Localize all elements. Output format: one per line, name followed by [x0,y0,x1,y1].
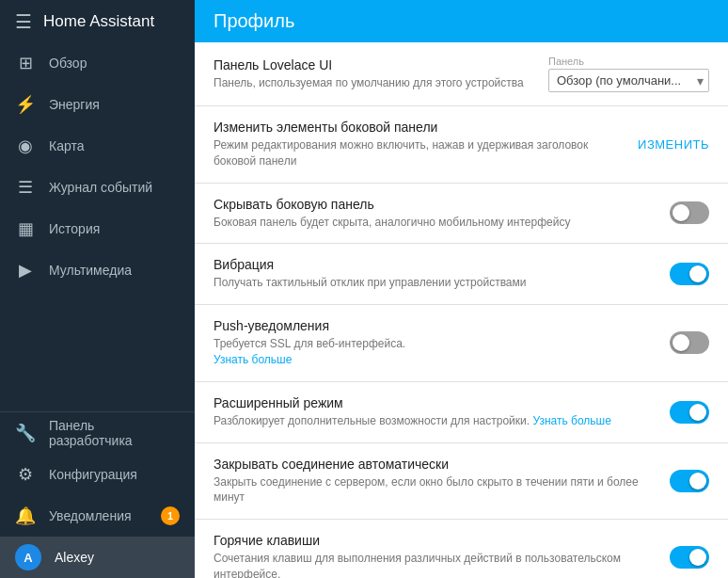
sidebar-label-overview: Обзор [49,56,87,71]
advanced-desc: Разблокирует дополнительные возможности … [214,413,655,429]
sidebar-label-notifications: Уведомления [49,508,132,523]
sidebar-nav: ⊞ Обзор ⚡ Энергия ◉ Карта ☰ Журнал событ… [0,42,195,411]
push-title: Push-уведомления [214,318,655,333]
lovelace-select-label: Панель [548,56,709,67]
hide-sidebar-slider [670,201,709,224]
auto-close-title: Закрывать соединение автоматически [214,457,655,472]
hotkeys-title: Горячие клавиши [214,533,655,548]
auto-close-control [670,470,709,492]
energy-icon: ⚡ [15,94,36,115]
sidebar-label-map: Карта [49,138,84,153]
push-control [670,331,709,354]
main-area: Профиль Панель Lovelace UI Панель, испол… [195,0,728,578]
settings-item-hide-sidebar: Скрывать боковую панель Боковая панель б… [195,184,728,245]
page-title: Профиль [214,10,294,32]
settings-list: Панель Lovelace UI Панель, используемая … [195,42,728,578]
lovelace-desc: Панель, используемая по умолчанию для эт… [214,75,533,91]
hide-sidebar-control [670,201,709,224]
sidebar-label-logbook: Журнал событий [49,180,152,195]
overview-icon: ⊞ [15,53,36,73]
notifications-icon: 🔔 [15,506,36,526]
main-content: Панель Lovelace UI Панель, используемая … [195,42,728,578]
push-toggle[interactable] [670,331,709,354]
logbook-icon: ☰ [15,177,36,198]
edit-sidebar-title: Изменить элементы боковой панели [214,120,623,135]
vibration-desc: Получать тактильный отклик при управлени… [214,275,655,291]
auto-close-desc: Закрыть соединение с сервером, если окно… [214,474,655,506]
hide-sidebar-title: Скрывать боковую панель [214,197,655,212]
edit-sidebar-button[interactable]: ИЗМЕНИТЬ [638,137,709,152]
sidebar-item-user[interactable]: A Alexey [0,537,195,578]
developer-icon: 🔧 [15,423,36,443]
media-icon: ▶ [15,260,36,281]
vibration-toggle[interactable] [670,263,709,285]
advanced-title: Расширенный режим [214,395,655,410]
notifications-badge: 1 [161,506,180,525]
sidebar: ☰ Home Assistant ⊞ Обзор ⚡ Энергия ◉ Кар… [0,0,195,578]
sidebar-label-history: История [49,221,100,236]
sidebar-label-config: Конфигурация [49,467,137,482]
settings-item-auto-close: Закрывать соединение автоматически Закры… [195,443,728,521]
vibration-control [670,263,709,285]
settings-item-advanced: Расширенный режим Разблокирует дополните… [195,382,728,443]
lovelace-control: Панель Обзор (по умолчани... [548,56,709,92]
sidebar-label-developer: Панель разработчика [49,418,180,448]
sidebar-item-energy[interactable]: ⚡ Энергия [0,84,195,125]
lovelace-title: Панель Lovelace UI [214,57,533,72]
hotkeys-toggle[interactable] [670,546,709,569]
history-icon: ▦ [15,218,36,239]
lovelace-panel-select[interactable]: Обзор (по умолчани... [548,69,709,92]
hide-sidebar-desc: Боковая панель будет скрыта, аналогично … [214,215,655,231]
advanced-control [670,401,709,424]
settings-item-push: Push-уведомления Требуется SSL для веб-и… [195,305,728,382]
sidebar-item-logbook[interactable]: ☰ Журнал событий [0,167,195,208]
advanced-toggle[interactable] [670,401,709,424]
app-title: Home Assistant [43,12,154,31]
auto-close-toggle[interactable] [670,470,709,492]
advanced-slider [670,401,709,424]
auto-close-slider [670,470,709,492]
vibration-title: Вибрация [214,257,655,272]
sidebar-item-notifications[interactable]: 🔔 Уведомления 1 [0,495,195,537]
sidebar-item-map[interactable]: ◉ Карта [0,125,195,167]
advanced-learn-more-link[interactable]: Узнать больше [532,414,610,427]
hide-sidebar-toggle[interactable] [670,201,709,224]
avatar: A [15,544,41,570]
edit-sidebar-desc: Режим редактирования можно включить, наж… [214,137,623,169]
lovelace-select-wrapper: Обзор (по умолчани... [548,69,709,92]
sidebar-label-user: Alexey [55,550,94,565]
settings-item-hotkeys: Горячие клавиши Сочетания клавиш для вып… [195,520,728,578]
settings-item-edit-sidebar: Изменить элементы боковой панели Режим р… [195,106,728,184]
sidebar-header: ☰ Home Assistant [0,0,195,42]
main-header: Профиль [195,0,728,42]
settings-item-lovelace: Панель Lovelace UI Панель, используемая … [195,42,728,106]
push-slider [670,331,709,354]
sidebar-item-history[interactable]: ▦ История [0,208,195,249]
sidebar-bottom: 🔧 Панель разработчика ⚙ Конфигурация 🔔 У… [0,411,195,578]
hamburger-icon[interactable]: ☰ [15,10,32,33]
config-icon: ⚙ [15,464,36,485]
hotkeys-desc: Сочетания клавиш для выполнения различны… [214,551,655,578]
push-desc: Требуется SSL для веб-интерфейса. Узнать… [214,336,655,368]
sidebar-item-developer[interactable]: 🔧 Панель разработчика [0,412,195,454]
vibration-slider [670,263,709,285]
sidebar-item-media[interactable]: ▶ Мультимедиа [0,249,195,291]
sidebar-item-overview[interactable]: ⊞ Обзор [0,42,195,84]
settings-item-vibration: Вибрация Получать тактильный отклик при … [195,244,728,305]
hotkeys-slider [670,546,709,569]
map-icon: ◉ [15,136,36,156]
push-learn-more-link[interactable]: Узнать больше [214,353,292,366]
sidebar-label-media: Мультимедиа [49,263,132,278]
sidebar-label-energy: Энергия [49,97,100,112]
hotkeys-control [670,546,709,569]
edit-sidebar-control: ИЗМЕНИТЬ [638,136,709,153]
sidebar-item-config[interactable]: ⚙ Конфигурация [0,454,195,495]
